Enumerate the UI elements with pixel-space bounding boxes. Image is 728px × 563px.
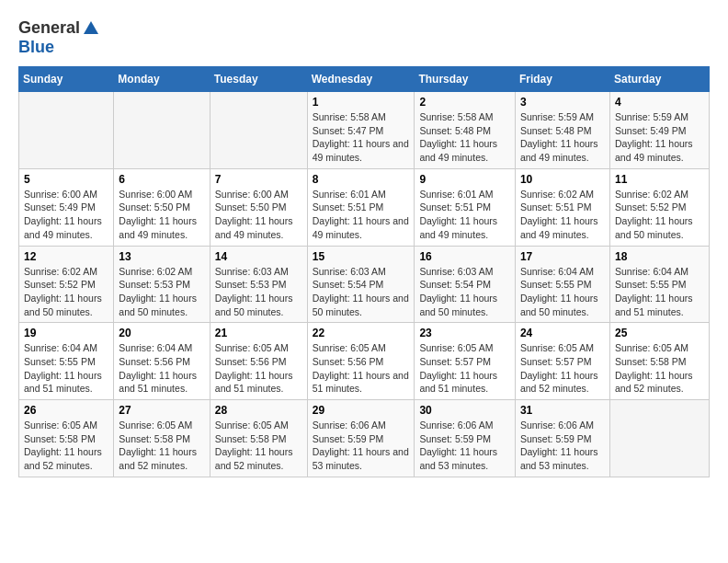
day-info-text: Sunset: 5:53 PM [119, 278, 204, 292]
day-info-text: Sunset: 5:52 PM [24, 278, 108, 292]
day-info-text: Sunrise: 6:04 AM [615, 265, 704, 279]
day-number: 9 [419, 173, 510, 186]
day-info-text: Sunrise: 6:06 AM [520, 419, 605, 432]
day-info-text: Sunrise: 6:06 AM [313, 419, 410, 432]
day-info-text: Daylight: 11 hours and 50 minutes. [313, 292, 410, 318]
header-monday: Monday [114, 67, 210, 92]
header-sunday: Sunday [19, 67, 114, 92]
day-info-text: Sunrise: 6:05 AM [520, 341, 605, 355]
day-info-text: Daylight: 11 hours and 49 minutes. [615, 137, 704, 164]
calendar-cell: 12Sunrise: 6:02 AMSunset: 5:52 PMDayligh… [19, 246, 114, 323]
day-info-text: Sunset: 5:51 PM [520, 201, 605, 214]
day-info-text: Daylight: 11 hours and 52 minutes. [615, 369, 704, 396]
day-number: 24 [520, 327, 605, 339]
day-info-text: Sunrise: 5:59 AM [615, 110, 704, 124]
day-info-text: Sunset: 5:48 PM [419, 124, 510, 138]
day-info-text: Daylight: 11 hours and 49 minutes. [313, 137, 410, 164]
day-info-text: Sunset: 5:56 PM [119, 355, 204, 369]
day-info-text: Sunrise: 6:05 AM [119, 419, 204, 432]
day-info-text: Sunrise: 6:01 AM [419, 188, 510, 201]
calendar-cell: 27Sunrise: 6:05 AMSunset: 5:58 PMDayligh… [114, 400, 210, 477]
day-info-text: Sunset: 5:51 PM [419, 201, 510, 214]
calendar-cell [609, 400, 709, 477]
day-number: 1 [313, 96, 410, 109]
calendar-cell: 15Sunrise: 6:03 AMSunset: 5:54 PMDayligh… [307, 246, 415, 323]
day-info-text: Daylight: 11 hours and 51 minutes. [419, 369, 510, 396]
day-info-text: Sunset: 5:47 PM [313, 124, 410, 138]
logo-triangle-icon [82, 19, 100, 38]
day-number: 27 [119, 404, 204, 417]
day-number: 7 [215, 173, 302, 186]
day-number: 8 [313, 173, 410, 186]
calendar-cell [210, 92, 307, 169]
day-info-text: Sunrise: 6:03 AM [419, 265, 510, 279]
day-info-text: Sunrise: 6:02 AM [119, 265, 204, 279]
calendar-table: SundayMondayTuesdayWednesdayThursdayFrid… [18, 66, 710, 477]
day-info-text: Sunrise: 6:05 AM [419, 341, 510, 355]
day-number: 17 [520, 250, 605, 263]
day-info-text: Sunrise: 6:02 AM [520, 188, 605, 201]
day-info-text: Daylight: 11 hours and 49 minutes. [419, 214, 510, 241]
day-info-text: Daylight: 11 hours and 50 minutes. [24, 292, 108, 318]
day-info-text: Daylight: 11 hours and 49 minutes. [215, 214, 302, 241]
week-row-1: 1Sunrise: 5:58 AMSunset: 5:47 PMDaylight… [19, 92, 710, 169]
day-number: 31 [520, 404, 605, 417]
day-info-text: Sunset: 5:55 PM [615, 278, 704, 292]
day-info-text: Sunrise: 6:05 AM [215, 341, 302, 355]
calendar-cell: 6Sunrise: 6:00 AMSunset: 5:50 PMDaylight… [114, 168, 210, 246]
calendar-cell: 11Sunrise: 6:02 AMSunset: 5:52 PMDayligh… [609, 168, 709, 246]
calendar-cell: 19Sunrise: 6:04 AMSunset: 5:55 PMDayligh… [19, 323, 114, 400]
calendar-header-row: SundayMondayTuesdayWednesdayThursdayFrid… [19, 67, 710, 92]
day-info-text: Sunrise: 6:05 AM [24, 419, 108, 432]
day-number: 2 [419, 96, 510, 109]
day-info-text: Sunset: 5:48 PM [520, 124, 605, 138]
day-info-text: Sunset: 5:51 PM [313, 201, 410, 214]
calendar-cell: 30Sunrise: 6:06 AMSunset: 5:59 PMDayligh… [415, 400, 516, 477]
logo: General Blue [18, 18, 100, 57]
day-info-text: Sunset: 5:58 PM [24, 432, 108, 446]
page-header: General Blue [18, 18, 710, 57]
day-info-text: Sunrise: 6:04 AM [119, 341, 204, 355]
day-info-text: Daylight: 11 hours and 49 minutes. [520, 214, 605, 241]
day-info-text: Daylight: 11 hours and 49 minutes. [119, 214, 204, 241]
day-info-text: Daylight: 11 hours and 52 minutes. [520, 369, 605, 396]
day-info-text: Daylight: 11 hours and 52 minutes. [119, 445, 204, 472]
calendar-cell: 26Sunrise: 6:05 AMSunset: 5:58 PMDayligh… [19, 400, 114, 477]
day-info-text: Sunset: 5:56 PM [215, 355, 302, 369]
calendar-cell: 25Sunrise: 6:05 AMSunset: 5:58 PMDayligh… [609, 323, 709, 400]
day-info-text: Sunset: 5:50 PM [215, 201, 302, 214]
calendar-cell: 29Sunrise: 6:06 AMSunset: 5:59 PMDayligh… [307, 400, 415, 477]
day-info-text: Sunset: 5:58 PM [615, 355, 704, 369]
day-info-text: Sunset: 5:57 PM [419, 355, 510, 369]
day-number: 6 [119, 173, 204, 186]
calendar-cell: 22Sunrise: 6:05 AMSunset: 5:56 PMDayligh… [307, 323, 415, 400]
logo-general-text: General [18, 18, 80, 38]
day-info-text: Daylight: 11 hours and 53 minutes. [520, 445, 605, 472]
day-number: 22 [313, 327, 410, 339]
header-saturday: Saturday [609, 67, 709, 92]
week-row-4: 19Sunrise: 6:04 AMSunset: 5:55 PMDayligh… [19, 323, 710, 400]
day-info-text: Daylight: 11 hours and 50 minutes. [119, 292, 204, 318]
header-wednesday: Wednesday [307, 67, 415, 92]
day-info-text: Daylight: 11 hours and 50 minutes. [215, 292, 302, 318]
day-info-text: Daylight: 11 hours and 52 minutes. [24, 445, 108, 472]
day-info-text: Sunset: 5:54 PM [313, 278, 410, 292]
calendar-cell: 7Sunrise: 6:00 AMSunset: 5:50 PMDaylight… [210, 168, 307, 246]
day-info-text: Sunrise: 5:59 AM [520, 110, 605, 124]
header-tuesday: Tuesday [210, 67, 307, 92]
calendar-cell: 28Sunrise: 6:05 AMSunset: 5:58 PMDayligh… [210, 400, 307, 477]
day-number: 16 [419, 250, 510, 263]
day-info-text: Daylight: 11 hours and 51 minutes. [119, 369, 204, 396]
day-info-text: Daylight: 11 hours and 49 minutes. [313, 214, 410, 241]
svg-marker-0 [84, 21, 98, 34]
day-info-text: Sunset: 5:53 PM [215, 278, 302, 292]
day-info-text: Daylight: 11 hours and 52 minutes. [215, 445, 302, 472]
calendar-cell: 4Sunrise: 5:59 AMSunset: 5:49 PMDaylight… [609, 92, 709, 169]
day-info-text: Daylight: 11 hours and 53 minutes. [313, 445, 410, 472]
calendar-cell: 8Sunrise: 6:01 AMSunset: 5:51 PMDaylight… [307, 168, 415, 246]
day-info-text: Sunrise: 6:04 AM [520, 265, 605, 279]
day-info-text: Sunset: 5:58 PM [119, 432, 204, 446]
calendar-cell [114, 92, 210, 169]
day-info-text: Daylight: 11 hours and 49 minutes. [24, 214, 108, 241]
day-info-text: Sunset: 5:57 PM [520, 355, 605, 369]
